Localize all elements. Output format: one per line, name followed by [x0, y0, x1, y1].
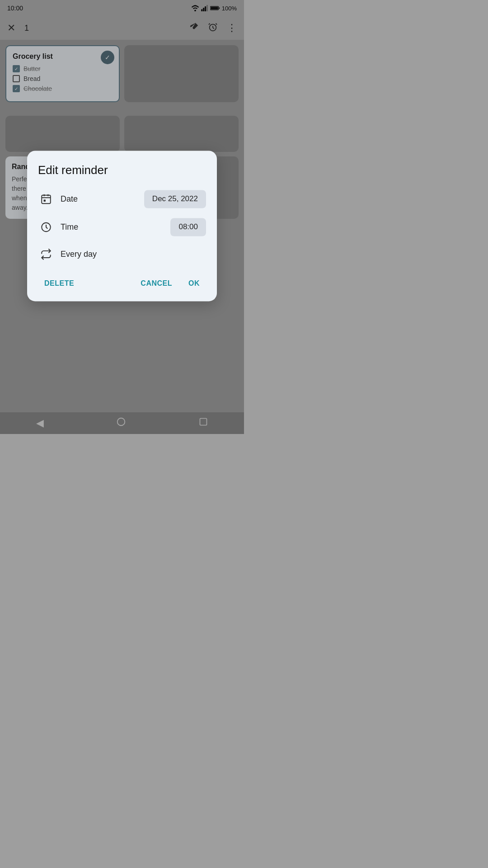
- repeat-row: Every day: [38, 246, 206, 262]
- repeat-icon: [38, 246, 54, 262]
- delete-button[interactable]: Delete: [38, 275, 80, 292]
- date-label: Date: [61, 194, 144, 204]
- date-value-button[interactable]: Dec 25, 2022: [144, 190, 206, 208]
- date-row: Date Dec 25, 2022: [38, 190, 206, 208]
- calendar-icon: [38, 191, 54, 207]
- svg-rect-10: [44, 200, 46, 202]
- time-label: Time: [61, 222, 170, 232]
- time-row: Time 08:00: [38, 218, 206, 236]
- time-value-button[interactable]: 08:00: [170, 218, 206, 236]
- ok-button[interactable]: OK: [182, 275, 206, 292]
- svg-rect-9: [42, 195, 51, 203]
- dialog-actions: Delete Cancel OK: [38, 275, 206, 292]
- clock-icon: [38, 219, 54, 235]
- edit-reminder-dialog: Edit reminder Date Dec 25, 2022 Time 08:…: [27, 151, 217, 301]
- cancel-button[interactable]: Cancel: [134, 275, 178, 292]
- repeat-label: Every day: [61, 250, 97, 259]
- dialog-title: Edit reminder: [38, 163, 206, 177]
